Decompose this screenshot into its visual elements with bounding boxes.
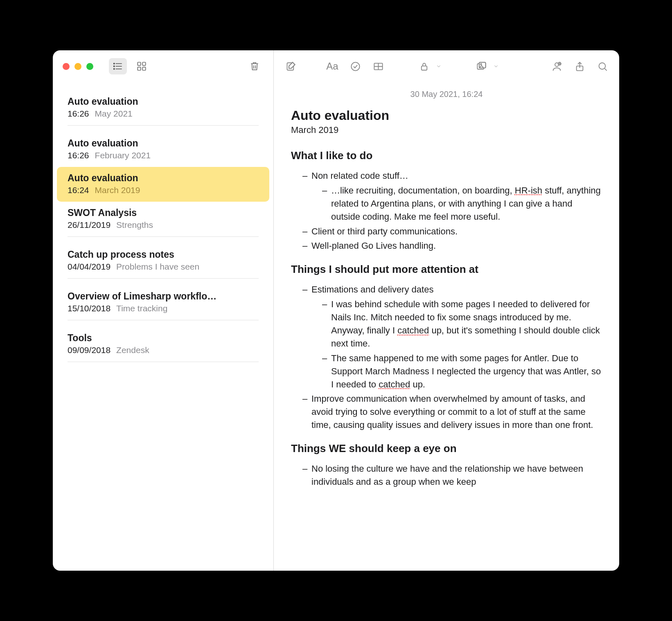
svg-point-3 [114, 63, 115, 64]
list-item-text: …like recruiting, documentation, on boar… [331, 185, 515, 196]
note-editor[interactable]: 30 May 2021, 16:24 Auto evaluation March… [274, 82, 619, 571]
bullet-list[interactable]: Estimations and delivery dates I was beh… [291, 283, 602, 432]
svg-rect-17 [421, 66, 427, 70]
note-list-item[interactable]: Auto evaluation16:26February 2021 [57, 132, 269, 167]
list-item[interactable]: Non related code stuff… …like recruiting… [302, 169, 602, 223]
svg-line-29 [604, 68, 607, 70]
window-controls [63, 63, 93, 70]
list-item[interactable]: No losing the culture we have and the re… [302, 462, 602, 488]
list-item-text: The same happened to me with some pages … [331, 353, 601, 389]
share-button[interactable] [573, 60, 586, 72]
note-subtitle[interactable]: March 2019 [291, 125, 602, 135]
note-list-item-title: Auto evaluation [68, 96, 259, 107]
spell-error[interactable]: catched [397, 325, 429, 335]
note-list[interactable]: Auto evaluation16:26May 2021Auto evaluat… [53, 82, 273, 571]
list-item-text: Non related code stuff… [311, 171, 408, 181]
checklist-button[interactable] [349, 60, 361, 72]
list-item[interactable]: Well-planed Go Lives handling. [302, 239, 602, 252]
collaborate-button[interactable] [550, 60, 563, 72]
svg-rect-9 [142, 67, 146, 70]
note-list-item-meta: 09/09/2018Zendesk [68, 345, 259, 355]
section-heading[interactable]: Things I should put more attention at [291, 263, 602, 276]
list-item[interactable]: Estimations and delivery dates I was beh… [302, 283, 602, 391]
note-list-item-meta: 26/11/2019Strengths [68, 220, 259, 230]
note-list-item-meta: 16:26May 2021 [68, 109, 259, 119]
list-item[interactable]: I was behind schedule with some pages I … [322, 298, 602, 350]
note-list-item-title: Overview of Limesharp workflo… [68, 291, 259, 302]
section-heading[interactable]: What I like to do [291, 149, 602, 162]
svg-point-5 [114, 68, 115, 69]
media-button[interactable] [475, 60, 487, 72]
note-list-item[interactable]: Tools09/09/2018Zendesk [57, 327, 269, 369]
spell-error[interactable]: catched [379, 379, 410, 389]
svg-rect-6 [138, 62, 141, 65]
list-item[interactable]: Improve communication when overwhelmed b… [302, 392, 602, 432]
bullet-list[interactable]: Non related code stuff… …like recruiting… [291, 169, 602, 252]
table-button[interactable] [372, 60, 384, 72]
svg-point-4 [114, 66, 115, 67]
note-datestamp: 30 May 2021, 16:24 [291, 90, 602, 99]
delete-note-button[interactable] [246, 58, 264, 74]
list-item[interactable]: The same happened to me with some pages … [322, 352, 602, 391]
format-button[interactable]: Aa [326, 60, 338, 72]
spell-error[interactable]: HR-ish [515, 185, 542, 196]
gallery-view-button[interactable] [133, 58, 151, 74]
main-toolbar: Aa [274, 50, 619, 82]
note-list-item-title: Tools [68, 333, 259, 344]
sidebar: Auto evaluation16:26May 2021Auto evaluat… [53, 50, 274, 571]
minimize-window-button[interactable] [74, 63, 81, 70]
list-item[interactable]: Client or third party communications. [302, 225, 602, 238]
search-button[interactable] [596, 60, 609, 72]
section-heading[interactable]: Things WE should keep a eye on [291, 442, 602, 455]
fullscreen-window-button[interactable] [86, 63, 93, 70]
list-item-text: up. [410, 379, 425, 389]
list-item-text: Estimations and delivery dates [311, 284, 433, 295]
svg-rect-8 [138, 67, 141, 70]
note-list-item-meta: 16:24March 2019 [68, 185, 259, 195]
svg-rect-7 [142, 62, 146, 65]
note-list-item[interactable]: Catch up process notes04/04/2019Problems… [57, 243, 269, 285]
note-list-item[interactable]: Overview of Limesharp workflo…15/10/2018… [57, 285, 269, 327]
note-list-item-meta: 04/04/2019Problems I have seen [68, 262, 259, 272]
note-list-item-meta: 16:26February 2021 [68, 151, 259, 160]
note-title[interactable]: Auto evaluation [291, 108, 602, 123]
chevron-down-icon [493, 63, 499, 69]
list-item[interactable]: …like recruiting, documentation, on boar… [322, 184, 602, 223]
chevron-down-icon [436, 63, 442, 69]
note-list-item-title: Auto evaluation [68, 173, 259, 184]
close-window-button[interactable] [63, 63, 70, 70]
svg-point-28 [599, 63, 605, 69]
note-list-item-meta: 15/10/2018Time tracking [68, 304, 259, 313]
note-list-item[interactable]: Auto evaluation16:24March 2019 [57, 167, 269, 202]
svg-point-13 [351, 62, 359, 70]
lock-note-button[interactable] [418, 60, 430, 72]
notes-window: Auto evaluation16:26May 2021Auto evaluat… [53, 50, 619, 571]
note-list-item-title: SWOT Analysis [68, 207, 259, 218]
new-note-button[interactable] [284, 60, 297, 72]
main-pane: Aa [274, 50, 619, 571]
bullet-list[interactable]: No losing the culture we have and the re… [291, 462, 602, 488]
note-list-item[interactable]: SWOT Analysis26/11/2019Strengths [57, 202, 269, 243]
sidebar-toolbar [53, 50, 273, 82]
note-list-item-title: Catch up process notes [68, 249, 259, 260]
note-list-item-title: Auto evaluation [68, 138, 259, 149]
note-list-item[interactable]: Auto evaluation16:26May 2021 [57, 90, 269, 132]
list-view-button[interactable] [109, 58, 127, 74]
